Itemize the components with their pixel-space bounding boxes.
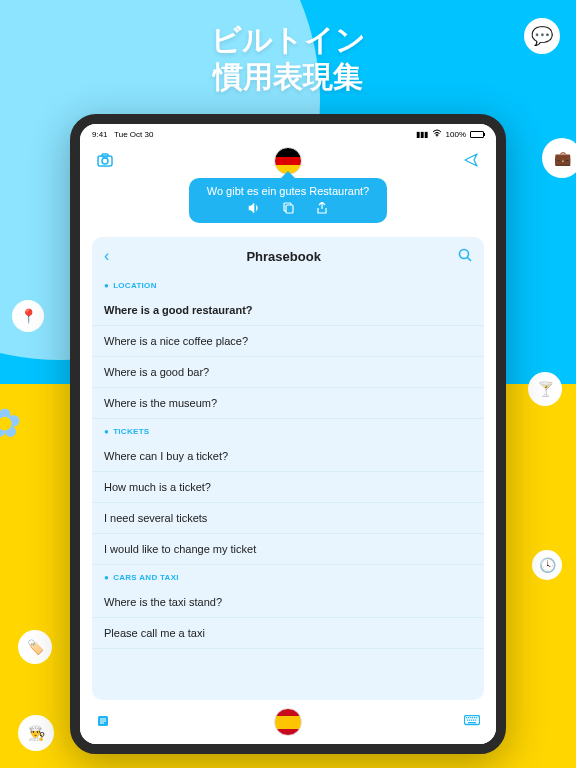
pin-icon [104, 281, 109, 290]
svg-rect-12 [472, 717, 473, 718]
svg-rect-16 [469, 720, 470, 721]
flower-icon: ✿ [0, 400, 36, 448]
ticket-icon [104, 427, 109, 436]
tablet-frame: 9:41 Tue Oct 30 ▮▮▮ 100% W [70, 114, 506, 754]
section-label: LOCATION [92, 273, 484, 295]
section-label: TICKETS [92, 419, 484, 441]
phrase-row[interactable]: I would like to change my ticket [92, 534, 484, 565]
bottombar [80, 700, 496, 744]
battery-icon [470, 131, 484, 138]
speaker-icon[interactable] [248, 202, 260, 217]
signal-icon: ▮▮▮ [416, 130, 428, 139]
search-icon[interactable] [458, 248, 472, 265]
svg-rect-14 [476, 717, 477, 718]
screen: 9:41 Tue Oct 30 ▮▮▮ 100% W [80, 124, 496, 744]
briefcase-icon: 💼 [542, 138, 576, 178]
svg-rect-10 [468, 717, 469, 718]
headline-line1: ビルトイン [211, 23, 366, 56]
promo-headline: ビルトイン 慣用表現集 [0, 22, 576, 95]
bubble-actions [207, 202, 369, 217]
share-icon[interactable] [316, 202, 328, 217]
chef-icon: 👨‍🍳 [18, 715, 54, 751]
back-button[interactable]: ‹ [104, 247, 109, 265]
svg-rect-18 [473, 720, 474, 721]
pin-icon: 📍 [12, 300, 44, 332]
phrase-row[interactable]: Please call me a taxi [92, 618, 484, 649]
copy-icon[interactable] [282, 202, 294, 217]
phrasebook-header: ‹ Phrasebook [92, 237, 484, 273]
phrase-row[interactable]: Where is a good restaurant? [92, 295, 484, 326]
phrase-row[interactable]: Where is the taxi stand? [92, 587, 484, 618]
svg-line-6 [468, 257, 472, 261]
translation-text: Wo gibt es ein gutes Restaurant? [207, 185, 369, 197]
svg-rect-15 [467, 720, 468, 721]
statusbar-time: 9:41 [92, 130, 108, 139]
target-language-flag[interactable] [274, 708, 302, 736]
phrase-row[interactable]: Where is a good bar? [92, 357, 484, 388]
svg-rect-4 [286, 205, 293, 213]
svg-rect-13 [474, 717, 475, 718]
phrase-row[interactable]: I need several tickets [92, 503, 484, 534]
svg-rect-11 [470, 717, 471, 718]
translation-bubble: Wo gibt es ein gutes Restaurant? [189, 178, 387, 223]
phrase-row[interactable]: Where can I buy a ticket? [92, 441, 484, 472]
section-label: CARS AND TAXI [92, 565, 484, 587]
clock-icon: 🕓 [532, 550, 562, 580]
statusbar: 9:41 Tue Oct 30 ▮▮▮ 100% [80, 124, 496, 140]
phrase-row[interactable]: Where is the museum? [92, 388, 484, 419]
phrase-row[interactable]: How much is a ticket? [92, 472, 484, 503]
svg-rect-9 [466, 717, 467, 718]
svg-rect-17 [471, 720, 472, 721]
camera-icon[interactable] [96, 153, 114, 170]
wifi-icon [432, 129, 442, 139]
svg-point-1 [102, 158, 108, 164]
svg-rect-19 [475, 720, 476, 721]
cocktail-icon: 🍸 [528, 372, 562, 406]
svg-rect-20 [468, 722, 476, 723]
phrase-row[interactable]: Where is a nice coffee place? [92, 326, 484, 357]
battery-pct: 100% [446, 130, 466, 139]
tag-icon: 🏷️ [18, 630, 52, 664]
note-icon[interactable] [96, 714, 114, 731]
car-icon [104, 573, 109, 582]
keyboard-icon[interactable] [462, 714, 480, 730]
phrasebook-title: Phrasebook [246, 249, 320, 264]
phrasebook-panel: ‹ Phrasebook LOCATIONWhere is a good res… [92, 237, 484, 700]
statusbar-right: ▮▮▮ 100% [416, 129, 484, 139]
plane-icon[interactable] [462, 152, 480, 171]
phrasebook-list[interactable]: LOCATIONWhere is a good restaurant?Where… [92, 273, 484, 649]
statusbar-date: Tue Oct 30 [114, 130, 153, 139]
headline-line2: 慣用表現集 [0, 59, 576, 96]
statusbar-left: 9:41 Tue Oct 30 [92, 130, 153, 139]
svg-point-5 [460, 249, 469, 258]
